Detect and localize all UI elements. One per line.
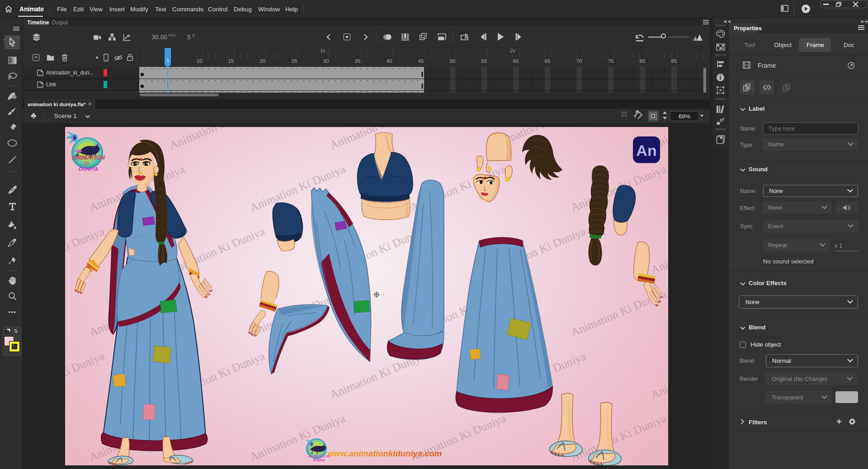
svg-text:An: An <box>636 142 656 159</box>
svg-text:DUNIYA: DUNIYA <box>79 166 98 172</box>
svg-text:KI: KI <box>84 161 89 166</box>
svg-text:www.animationkiduniya.com: www.animationkiduniya.com <box>327 449 442 458</box>
svg-text:Animation Ki Duniya: Animation Ki Duniya <box>65 349 106 401</box>
svg-text:Animation Ki Duniya: Animation Ki Duniya <box>167 127 267 152</box>
svg-text:Animation Ki Duniya: Animation Ki Duniya <box>649 349 668 401</box>
svg-text:ANIMATION: ANIMATION <box>71 154 105 161</box>
svg-text:Animation Ki Duniya: Animation Ki Duniya <box>649 225 668 277</box>
svg-text:DUNIYA: DUNIYA <box>313 459 325 462</box>
